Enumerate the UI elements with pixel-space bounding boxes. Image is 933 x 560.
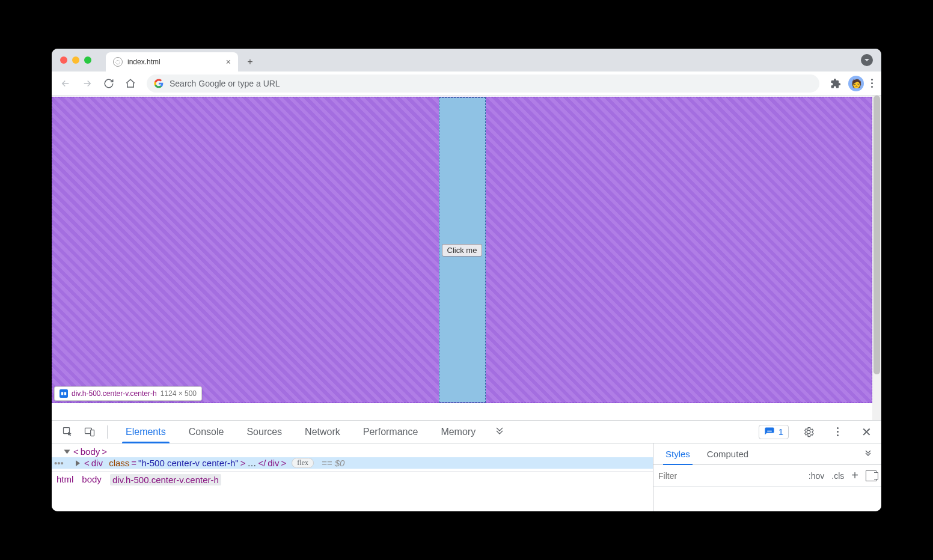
dom-tree[interactable]: <body> ••• <div class="h-500 center-v ce… <box>52 443 653 471</box>
tree-node-selected[interactable]: ••• <div class="h-500 center-v center-h"… <box>52 457 653 469</box>
crumb-html[interactable]: html <box>57 474 73 485</box>
svg-rect-0 <box>61 392 63 395</box>
styles-panel: Styles Computed :hov .cls + <box>653 443 881 511</box>
page-viewport: Click me div.h-500.center-v.center-h 112… <box>52 96 881 420</box>
window-controls <box>60 56 91 64</box>
page-content: Click me div.h-500.center-v.center-h 112… <box>52 97 872 403</box>
close-tab-icon[interactable]: × <box>226 57 231 67</box>
tab-styles[interactable]: Styles <box>658 443 697 464</box>
elements-panel: <body> ••• <div class="h-500 center-v ce… <box>52 443 653 511</box>
extensions-icon[interactable] <box>827 75 845 93</box>
tab-title: index.html <box>127 58 161 66</box>
google-icon <box>154 79 164 88</box>
browser-window: ◌ index.html × + Search Google or type a… <box>52 49 881 511</box>
styles-filter-bar: :hov .cls + <box>653 465 881 487</box>
chrome-menu-icon[interactable] <box>867 79 876 88</box>
reload-button[interactable] <box>100 75 118 93</box>
flex-item-highlight: Click me <box>439 97 486 403</box>
devtools-tabbar: Elements Console Sources Network Perform… <box>52 421 881 443</box>
crumb-div[interactable]: div.h-500.center-v.center-h <box>110 474 221 485</box>
home-button[interactable] <box>121 75 139 93</box>
issues-button[interactable]: 1 <box>759 425 789 439</box>
maximize-window-icon[interactable] <box>84 56 91 64</box>
close-window-icon[interactable] <box>60 56 67 64</box>
omnibox[interactable]: Search Google or type a URL <box>147 75 819 93</box>
vertical-scrollbar[interactable] <box>872 96 881 420</box>
devtools-menu-icon[interactable] <box>828 427 846 436</box>
element-tooltip: div.h-500.center-v.center-h 1124 × 500 <box>54 386 202 401</box>
minimize-window-icon[interactable] <box>72 56 79 64</box>
issues-count: 1 <box>779 427 783 437</box>
tree-node-body[interactable]: <body> <box>52 446 653 457</box>
click-me-button[interactable]: Click me <box>442 244 483 257</box>
browser-tab[interactable]: ◌ index.html × <box>106 52 238 72</box>
tab-list-chevron-icon[interactable] <box>861 54 873 66</box>
svg-rect-1 <box>64 392 66 395</box>
tab-network[interactable]: Network <box>294 421 351 443</box>
computed-styles-toggle-icon[interactable] <box>866 470 876 481</box>
device-toolbar-icon[interactable] <box>79 422 100 442</box>
devtools-body: <body> ••• <div class="h-500 center-v ce… <box>52 443 881 511</box>
expand-triangle-icon[interactable] <box>64 449 70 454</box>
new-style-rule-icon[interactable]: + <box>851 469 858 482</box>
titlebar: ◌ index.html × + <box>52 49 881 72</box>
line-actions-icon[interactable]: ••• <box>54 458 64 468</box>
flex-badge[interactable]: flex <box>292 458 314 468</box>
flex-badge-icon <box>60 389 68 398</box>
tooltip-dimensions: 1124 × 500 <box>161 389 197 398</box>
tab-elements[interactable]: Elements <box>115 421 177 443</box>
tab-sources[interactable]: Sources <box>236 421 293 443</box>
tab-console[interactable]: Console <box>178 421 235 443</box>
devtools-close-icon[interactable]: ✕ <box>857 425 875 439</box>
scrollbar-thumb[interactable] <box>873 96 880 374</box>
settings-gear-icon[interactable] <box>800 426 818 438</box>
toolbar: Search Google or type a URL 🧑 <box>52 72 881 96</box>
back-button[interactable] <box>57 75 75 93</box>
expand-triangle-icon[interactable] <box>76 460 80 466</box>
devtools-panel: Elements Console Sources Network Perform… <box>52 420 881 511</box>
console-reference: == $0 <box>322 458 344 468</box>
styles-filter-input[interactable] <box>658 471 706 481</box>
tooltip-selector: div.h-500.center-v.center-h <box>72 389 157 398</box>
more-tabs-chevron-icon[interactable] <box>488 425 512 439</box>
profile-avatar[interactable]: 🧑 <box>848 76 864 91</box>
styles-tabbar: Styles Computed <box>653 443 881 465</box>
inspect-element-icon[interactable] <box>58 422 78 442</box>
globe-icon: ◌ <box>113 57 123 67</box>
tab-computed[interactable]: Computed <box>700 443 756 464</box>
new-tab-button[interactable]: + <box>242 53 258 70</box>
crumb-body[interactable]: body <box>82 474 102 485</box>
tab-performance[interactable]: Performance <box>352 421 429 443</box>
tab-memory[interactable]: Memory <box>430 421 486 443</box>
svg-rect-4 <box>91 430 94 436</box>
cls-toggle[interactable]: .cls <box>831 471 844 481</box>
separator <box>107 425 108 439</box>
omnibox-placeholder: Search Google or type a URL <box>170 79 280 88</box>
flex-highlight-overlay: Click me <box>52 97 872 403</box>
more-styles-tabs-icon[interactable] <box>860 448 876 460</box>
hov-toggle[interactable]: :hov <box>809 471 824 481</box>
breadcrumb: html body div.h-500.center-v.center-h <box>52 471 653 488</box>
forward-button[interactable] <box>78 75 96 93</box>
